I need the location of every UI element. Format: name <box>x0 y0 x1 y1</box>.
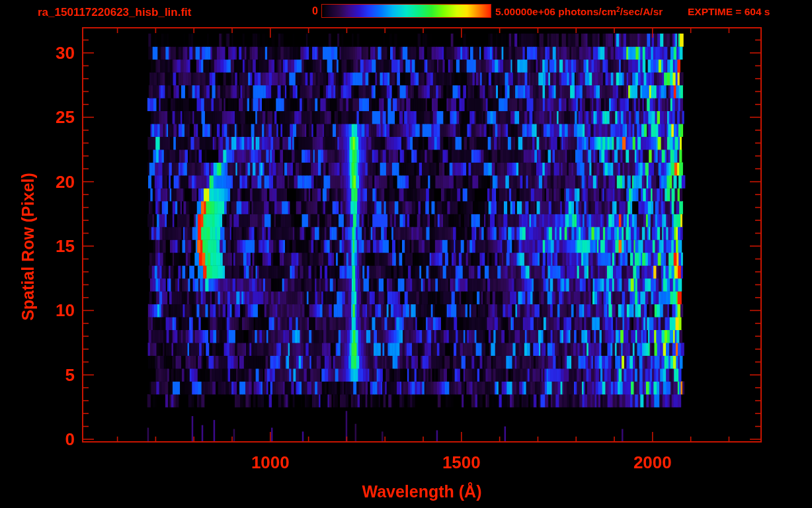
x-tick-label: 1000 <box>224 452 317 473</box>
colorbar-units-suffix: /sec/A/sr <box>620 6 663 17</box>
exptime-label: EXPTIME = 604 s <box>688 6 770 18</box>
x-tick-label: 2000 <box>606 452 699 473</box>
x-axis-title: Wavelength (Å) <box>290 482 554 501</box>
y-tick-label: 25 <box>15 107 75 127</box>
y-axis-title: Spatial Row (Pixel) <box>19 173 38 321</box>
y-tick-label: 5 <box>15 365 75 385</box>
plot-title: ra_150117220623_hisb_lin.fit <box>38 6 192 19</box>
plot-window: ra_150117220623_hisb_lin.fit 0 5.00000e+… <box>0 0 812 508</box>
axes-canvas <box>0 0 812 508</box>
colorbar-max-label: 5.00000e+06 photons/cm2/sec/A/sr <box>495 6 663 18</box>
colorbar-min-label: 0 <box>291 5 318 17</box>
colorbar-max-value: 5.00000e+06 photons/cm <box>495 6 616 17</box>
x-tick-label: 1500 <box>415 452 508 473</box>
colorbar <box>321 4 491 18</box>
y-tick-label: 30 <box>15 43 75 63</box>
y-tick-label: 0 <box>15 429 75 449</box>
